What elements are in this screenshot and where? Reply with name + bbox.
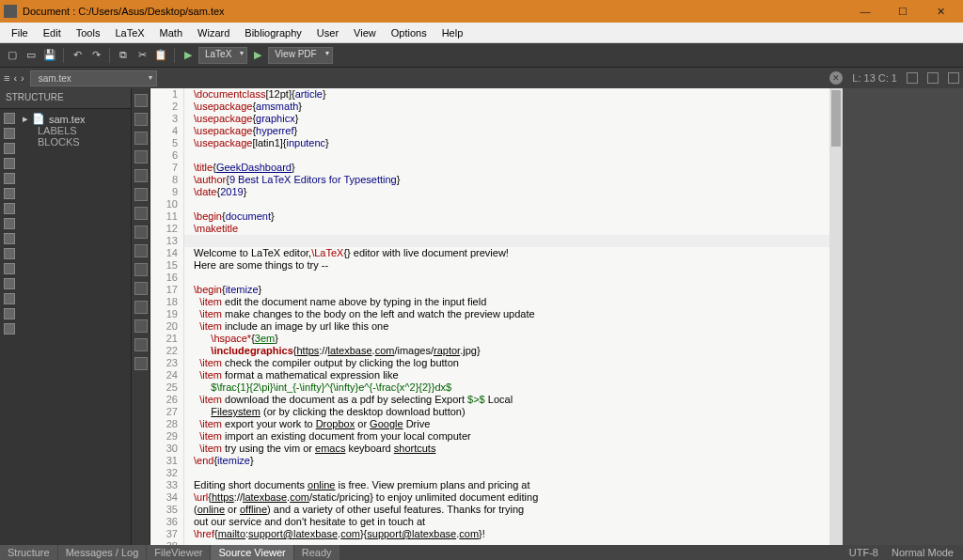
vstrip-ico-15[interactable] [134, 357, 148, 370]
struct-ico-6[interactable] [4, 188, 15, 199]
struct-ico-13[interactable] [4, 293, 15, 304]
menu-wizard[interactable]: Wizard [190, 25, 237, 40]
struct-ico-12[interactable] [4, 278, 15, 289]
nav-forward-icon[interactable]: › [21, 72, 24, 84]
view-mode-2-icon[interactable] [927, 72, 939, 84]
struct-ico-3[interactable] [4, 143, 15, 154]
vstrip-ico-4[interactable] [134, 150, 148, 163]
vstrip-ico-13[interactable] [134, 319, 148, 333]
status-structure[interactable]: Structure [0, 545, 57, 560]
vstrip-ico-7[interactable] [134, 207, 148, 220]
cursor-position: L: 13 C: 1 [852, 72, 897, 84]
view-mode-1-icon[interactable] [907, 72, 918, 84]
chevron-right-icon: ▸ [23, 113, 28, 125]
new-icon[interactable]: ▢ [4, 47, 21, 64]
view-mode-3-icon[interactable] [948, 72, 959, 84]
document-tabbar: ≡ ‹ › sam.tex ✕ L: 13 C: 1 [0, 68, 963, 88]
editor-sidebar [132, 88, 150, 545]
status-mode: Normal Mode [892, 547, 954, 558]
file-icon: 📄 [32, 113, 45, 125]
menu-user[interactable]: User [309, 25, 346, 40]
list-icon[interactable]: ≡ [4, 72, 9, 84]
vstrip-ico-8[interactable] [134, 226, 148, 239]
vstrip-ico-3[interactable] [134, 132, 148, 145]
quickbuild-icon[interactable]: ▶ [180, 47, 197, 64]
struct-ico-4[interactable] [4, 158, 15, 169]
status-encoding: UTF-8 [849, 547, 878, 558]
menubar: File Edit Tools LaTeX Math Wizard Biblio… [0, 23, 963, 43]
structure-labels[interactable]: LABELS [23, 125, 129, 136]
cut-icon[interactable]: ✂ [134, 47, 150, 64]
vstrip-ico-11[interactable] [134, 282, 148, 295]
scrollbar-thumb[interactable] [831, 90, 841, 147]
vstrip-ico-2[interactable] [134, 113, 148, 126]
struct-ico-2[interactable] [4, 128, 15, 139]
editor-scrollbar[interactable] [829, 88, 843, 545]
right-empty-panel [843, 88, 963, 545]
run-icon[interactable]: ▶ [249, 47, 266, 64]
menu-edit[interactable]: Edit [36, 25, 69, 40]
save-icon[interactable]: 💾 [41, 47, 58, 64]
menu-latex[interactable]: LaTeX [107, 25, 151, 40]
vstrip-ico-12[interactable] [134, 301, 148, 314]
open-icon[interactable]: ▭ [23, 47, 39, 64]
vstrip-ico-1[interactable] [134, 94, 148, 107]
nav-back-icon[interactable]: ‹ [13, 72, 17, 84]
struct-ico-1[interactable] [4, 113, 15, 124]
viewpdf-dropdown[interactable]: View PDF [268, 47, 332, 64]
paste-icon[interactable]: 📋 [152, 47, 169, 64]
struct-ico-5[interactable] [4, 173, 15, 184]
status-sourceviewer[interactable]: Source Viewer [211, 545, 292, 560]
copy-icon[interactable]: ⧉ [115, 47, 132, 64]
struct-ico-15[interactable] [4, 323, 15, 334]
redo-icon[interactable]: ↷ [87, 47, 104, 64]
vstrip-ico-6[interactable] [134, 188, 148, 201]
code-editor[interactable]: \documentclass[12pt]{article}\usepackage… [184, 88, 843, 545]
app-icon [4, 5, 17, 18]
close-button[interactable]: ✕ [922, 0, 959, 23]
struct-ico-7[interactable] [4, 203, 15, 214]
struct-ico-11[interactable] [4, 263, 15, 274]
close-tab-icon[interactable]: ✕ [829, 71, 843, 85]
status-messages[interactable]: Messages / Log [58, 545, 147, 560]
menu-math[interactable]: Math [152, 25, 190, 40]
maximize-button[interactable]: ☐ [884, 0, 922, 23]
titlebar: Document : C:/Users/Asus/Desktop/sam.tex… [0, 0, 963, 23]
struct-ico-9[interactable] [4, 233, 15, 244]
menu-tools[interactable]: Tools [69, 25, 108, 40]
statusbar: Structure Messages / Log FileViewer Sour… [0, 545, 963, 560]
menu-bibliography[interactable]: Bibliography [237, 25, 309, 40]
menu-file[interactable]: File [4, 25, 36, 40]
structure-file-label: sam.tex [49, 114, 86, 125]
status-ready: Ready [294, 545, 339, 560]
structure-panel: STRUCTURE ▸ [0, 88, 132, 545]
main-area: STRUCTURE ▸ [0, 88, 963, 545]
status-fileviewer[interactable]: FileViewer [147, 545, 210, 560]
struct-ico-8[interactable] [4, 218, 15, 229]
structure-blocks[interactable]: BLOCKS [23, 136, 129, 148]
engine-dropdown[interactable]: LaTeX [198, 47, 247, 64]
vstrip-ico-5[interactable] [134, 169, 148, 182]
struct-ico-10[interactable] [4, 248, 15, 259]
structure-file[interactable]: ▸ 📄 sam.tex [23, 113, 129, 125]
minimize-button[interactable]: — [846, 0, 884, 23]
menu-help[interactable]: Help [434, 25, 471, 40]
menu-view[interactable]: View [346, 25, 384, 40]
menu-options[interactable]: Options [384, 25, 434, 40]
vstrip-ico-10[interactable] [134, 263, 148, 276]
vstrip-ico-9[interactable] [134, 244, 148, 257]
line-number-gutter: 1234567891011121314151617181920212223242… [150, 88, 184, 545]
undo-icon[interactable]: ↶ [69, 47, 86, 64]
struct-ico-14[interactable] [4, 308, 15, 319]
document-tab[interactable]: sam.tex [30, 70, 157, 86]
vstrip-ico-14[interactable] [134, 338, 148, 351]
structure-header: STRUCTURE [0, 88, 131, 109]
toolbar: ▢ ▭ 💾 ↶ ↷ ⧉ ✂ 📋 ▶ LaTeX ▶ View PDF [0, 43, 963, 68]
window-title: Document : C:/Users/Asus/Desktop/sam.tex [23, 6, 846, 17]
